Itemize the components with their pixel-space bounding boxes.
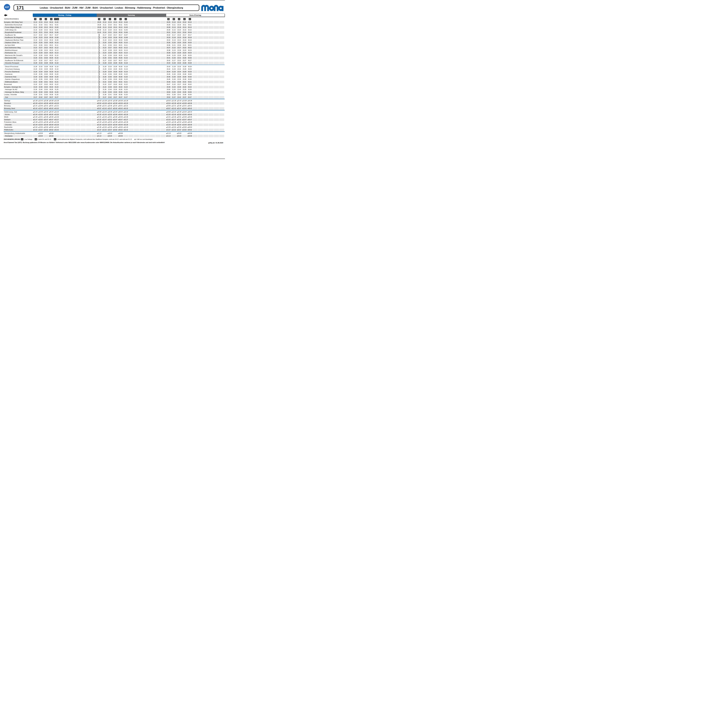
time-cell [214, 78, 219, 81]
time-cell: 22.15 [107, 21, 113, 24]
exit-only-icon: ◖ [124, 129, 124, 130]
time-cell: 00.37 [49, 96, 54, 99]
exit-only-icon: ◖ [102, 129, 103, 130]
time-cell: ◖01.35 [123, 113, 129, 116]
time-cell [92, 132, 97, 135]
time-cell [209, 21, 214, 24]
time-cell [134, 57, 139, 59]
time-cell: 00.28 [118, 66, 124, 68]
time-cell [86, 62, 92, 64]
time-cell: 20.26 [166, 24, 171, 26]
exit-only-icon: ◖ [38, 129, 39, 130]
time-cell [145, 66, 150, 68]
time-cell [134, 96, 139, 99]
time-cell [214, 44, 219, 47]
time-cell [193, 81, 198, 83]
time-cell [129, 24, 134, 26]
exit-only-icon: ◖ [172, 122, 172, 123]
time-cell: 22.28 [107, 49, 113, 52]
time-cell [75, 57, 81, 59]
time-cell [161, 76, 166, 78]
time-cell: 23.17 [43, 34, 49, 37]
time-cell [70, 29, 75, 31]
time-cell: 23.35 [182, 88, 187, 91]
time-cell: 22.28 [177, 49, 182, 52]
stop-name: - Auf dem Bühl [4, 44, 33, 47]
time-cell: 22.34 [38, 70, 44, 73]
time-cell: 01.10 [123, 41, 129, 44]
time-cell: 22.34 [38, 68, 44, 70]
time-cell [214, 41, 219, 44]
time-cell: ◖23.38 [113, 100, 118, 102]
time-cell: ◖21.07 [166, 129, 171, 131]
time-cell: 00.26 [187, 57, 193, 59]
time-cell [171, 135, 177, 137]
stop-name: Probstried, Abzw. [4, 121, 33, 124]
time-cell [155, 86, 161, 89]
time-cell [150, 102, 155, 105]
time-cell: ◖21.07 [97, 129, 102, 131]
time-cell: 00.11 [187, 24, 193, 26]
ast-label: AST [5, 6, 9, 8]
time-cell: ◖23.41 [182, 104, 187, 107]
time-cell [203, 116, 209, 118]
time-cell: 00.25 [187, 54, 193, 57]
time-cell: ◖00.47 [49, 118, 54, 121]
time-cell [155, 118, 161, 121]
stop-row: - Bahnhofstr./Hochschule21.1122.1623.110… [4, 24, 225, 26]
time-cell [65, 126, 70, 129]
badge-cell [161, 18, 166, 20]
time-cell: 00.16 [187, 31, 193, 34]
time-cell [129, 68, 134, 70]
time-cell [86, 26, 92, 29]
time-cell [145, 118, 150, 121]
time-cell: ◖23.03 [177, 132, 182, 135]
time-cell: 00.35 [118, 88, 124, 91]
time-cell [219, 107, 225, 110]
stop-name: Staudach [4, 102, 33, 105]
time-cell [193, 68, 198, 70]
time-cell [198, 29, 203, 31]
time-cell [161, 21, 166, 24]
time-cell [161, 83, 166, 86]
time-cell: 20.45 [166, 76, 171, 78]
time-cell [70, 124, 75, 126]
time-cell: ◖23.52 [182, 129, 187, 131]
time-cell [92, 100, 97, 102]
time-cell [70, 44, 75, 47]
time-cell: 22.28 [38, 49, 44, 52]
time-cell: ◖00.46 [187, 116, 193, 118]
time-cell: 21.27 [171, 59, 177, 62]
time-cell: 01.25 [123, 91, 129, 93]
time-cell: 01.09 [54, 39, 60, 41]
time-cell: 20.42 [166, 59, 171, 62]
time-cell [60, 116, 65, 118]
time-cell [81, 76, 86, 78]
time-cell [81, 29, 86, 31]
time-cell: ◖21.49 [33, 124, 38, 126]
time-cell [92, 46, 97, 49]
stop-row: - Auf dem Bühl21.2122.2623.2100.2101.112… [4, 44, 225, 47]
time-cell [139, 46, 145, 49]
time-cell [193, 113, 198, 116]
time-cell: 23.34 [43, 86, 49, 89]
time-cell [70, 76, 75, 78]
stop-name: - ZUM (Steig C3) [4, 29, 33, 31]
time-cell [70, 88, 75, 91]
time-cell [203, 62, 209, 64]
exit-only-icon: ◖ [172, 100, 172, 101]
badge-cell [209, 18, 214, 20]
time-cell: 21.13 [33, 26, 38, 29]
note-badge-HS: HS [173, 18, 175, 20]
time-cell [129, 111, 134, 113]
time-cell: ◖23.47 [182, 118, 187, 121]
exit-only-icon: ◖ [38, 116, 39, 118]
time-cell [75, 116, 81, 118]
time-cell: 00.35 [49, 88, 54, 91]
badge-cell: HS [171, 18, 177, 20]
time-cell [139, 41, 145, 44]
time-cell [209, 81, 214, 83]
exit-only-icon: ◖ [172, 112, 172, 113]
time-cell: ◖22.52 [107, 118, 113, 121]
time-cell: 00.16 [118, 31, 124, 34]
